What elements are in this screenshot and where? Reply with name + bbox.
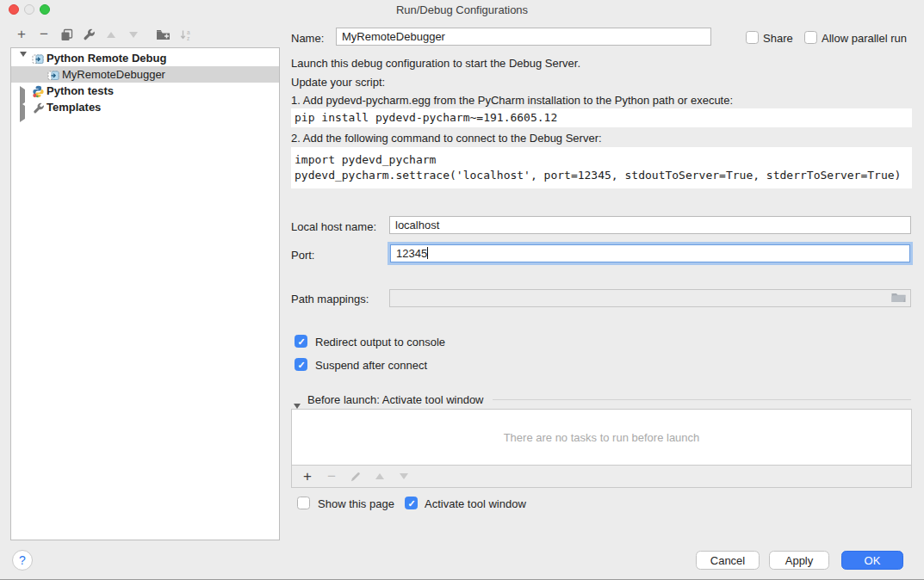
tree-item-label: Python tests	[47, 83, 114, 99]
empty-task-list-text: There are no tasks to run before launch	[504, 431, 700, 444]
section-separator	[493, 399, 911, 400]
instruction-step-2: 2. Add the following command to connect …	[291, 132, 602, 145]
run-debug-configurations-dialog: Run/Debug Configurations + − az Python R…	[0, 0, 924, 580]
cancel-button[interactable]: Cancel	[696, 551, 760, 570]
tree-item-templates[interactable]: Templates	[11, 99, 279, 115]
tree-item-myremotedebugger[interactable]: MyRemoteDebugger	[11, 66, 279, 83]
allow-parallel-run-label: Allow parallel run	[822, 32, 907, 45]
activate-tool-window-label: Activate tool window	[425, 497, 526, 510]
tree-item-label: Python Remote Debug	[47, 50, 166, 66]
code-line-import: import pydevd_pycharm	[295, 152, 912, 168]
edit-task-pencil-icon	[349, 470, 363, 484]
configurations-toolbar: + − az	[15, 28, 201, 41]
move-down-icon	[127, 28, 140, 41]
svg-text:a: a	[187, 28, 190, 34]
edit-templates-wrench-icon[interactable]	[82, 28, 96, 41]
redirect-output-checkbox[interactable]	[295, 335, 307, 348]
add-configuration-icon[interactable]: +	[15, 28, 28, 41]
apply-button[interactable]: Apply	[769, 551, 829, 570]
code-line-settrace: pydevd_pycharm.settrace('localhost', por…	[295, 168, 912, 183]
activate-tool-window-checkbox[interactable]	[405, 497, 418, 509]
share-label: Share	[763, 32, 793, 45]
local-host-name-label: Local host name:	[291, 220, 376, 233]
minimize-window-button	[24, 4, 34, 15]
text-caret	[427, 247, 428, 259]
new-folder-icon[interactable]	[156, 28, 170, 41]
code-snippet-pip-install: pip install pydevd-pycharm~=191.6605.12	[291, 108, 912, 127]
remove-task-icon: −	[325, 470, 338, 484]
allow-parallel-run-checkbox[interactable]	[804, 31, 817, 44]
tree-item-python-remote-debug[interactable]: Python Remote Debug	[11, 50, 279, 66]
tree-item-python-tests[interactable]: Python tests	[11, 83, 279, 99]
move-task-up-icon	[373, 470, 387, 484]
suspend-after-connect-label: Suspend after connect	[315, 359, 427, 372]
window-title: Run/Debug Configurations	[0, 0, 924, 20]
instruction-line-2: Update your script:	[291, 76, 385, 89]
tree-item-label: Templates	[47, 99, 101, 115]
copy-configuration-icon[interactable]	[59, 28, 73, 41]
local-host-name-input[interactable]: localhost	[389, 216, 911, 234]
close-window-button[interactable]	[9, 4, 19, 15]
wrench-icon	[32, 102, 45, 119]
browse-folder-icon[interactable]	[890, 292, 907, 306]
tree-item-label: MyRemoteDebugger	[62, 66, 165, 83]
configurations-tree: Python Remote Debug MyRemoteDebugger Pyt…	[10, 47, 280, 540]
name-input[interactable]: MyRemoteDebugger	[336, 28, 711, 46]
zoom-window-button[interactable]	[40, 4, 50, 15]
port-label: Port:	[291, 249, 314, 262]
code-snippet-settrace: import pydevd_pycharm pydevd_pycharm.set…	[291, 147, 912, 188]
chevron-collapsed-icon[interactable]	[20, 104, 25, 120]
before-launch-task-list[interactable]: There are no tasks to run before launch	[291, 409, 912, 466]
instruction-line-1: Launch this debug configuration to start…	[291, 57, 580, 70]
path-mappings-label: Path mappings:	[291, 293, 369, 305]
task-list-toolbar: + −	[291, 465, 912, 488]
ok-button[interactable]: OK	[841, 551, 903, 570]
instruction-step-1: 1. Add pydevd-pycharm.egg from the PyCha…	[291, 94, 733, 107]
show-this-page-checkbox[interactable]	[297, 497, 310, 509]
add-task-icon[interactable]: +	[301, 470, 314, 484]
show-this-page-label: Show this page	[318, 497, 394, 510]
move-task-down-icon	[397, 470, 411, 484]
svg-text:z: z	[187, 34, 189, 40]
titlebar: Run/Debug Configurations	[0, 0, 924, 19]
port-input[interactable]: 12345	[390, 244, 910, 262]
remove-configuration-icon[interactable]: −	[37, 28, 51, 41]
name-label: Name:	[291, 32, 324, 45]
path-mappings-input[interactable]	[389, 289, 911, 307]
redirect-output-label: Redirect output to console	[315, 336, 445, 349]
help-button[interactable]: ?	[12, 550, 33, 571]
before-launch-title: Before launch: Activate tool window	[307, 393, 484, 406]
suspend-after-connect-checkbox[interactable]	[295, 358, 307, 371]
sort-configurations-icon: az	[178, 28, 192, 41]
move-up-icon	[104, 28, 118, 41]
share-checkbox[interactable]	[746, 31, 759, 44]
